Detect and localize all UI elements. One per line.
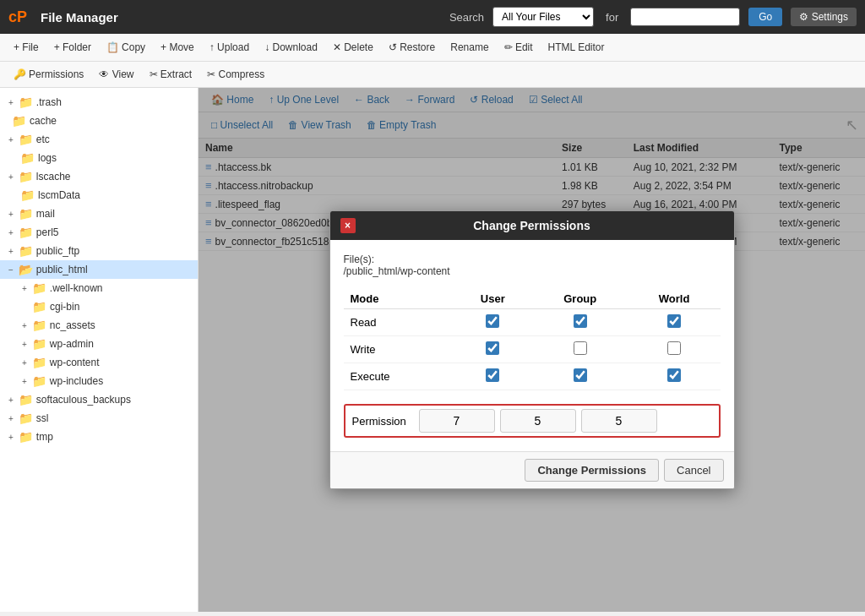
sidebar-item-cgi-bin[interactable]: 📁 cgi-bin bbox=[0, 297, 198, 316]
perm-table-row: Execute bbox=[344, 363, 721, 390]
perm-group-cell[interactable] bbox=[532, 363, 628, 390]
sidebar-item-lscmdata[interactable]: 📁 lscmData bbox=[0, 186, 198, 204]
toggle-icon: + bbox=[8, 395, 14, 405]
sidebar-item-public-html[interactable]: − 📂 public_html bbox=[0, 260, 198, 279]
for-label: for bbox=[606, 11, 618, 24]
perm-world-cell[interactable] bbox=[628, 336, 721, 363]
change-permissions-dialog: × Change Permissions File(s): /public_ht… bbox=[329, 210, 735, 489]
sidebar-item-mail[interactable]: + 📁 mail bbox=[0, 204, 198, 223]
dialog-body: File(s): /public_html/wp-content Mode Us… bbox=[330, 240, 734, 451]
sidebar-item-public-ftp[interactable]: + 📁 public_ftp bbox=[0, 242, 198, 260]
html-editor-button[interactable]: HTML Editor bbox=[541, 38, 612, 57]
sidebar-item-ssl[interactable]: + 📁 ssl bbox=[0, 409, 198, 428]
folder-icon: 📁 bbox=[19, 244, 33, 258]
perm-world-checkbox[interactable] bbox=[667, 341, 681, 355]
folder-icon: 📁 bbox=[32, 300, 46, 313]
sidebar-item-perl5[interactable]: + 📁 perl5 bbox=[0, 223, 198, 242]
sidebar-item-trash[interactable]: + 📁 .trash bbox=[0, 93, 198, 112]
sidebar-item-label: perl5 bbox=[36, 226, 59, 238]
sidebar-item-well-known[interactable]: + 📁 .well-known bbox=[0, 279, 198, 297]
filepath-label: File(s): bbox=[344, 253, 375, 265]
folder-button[interactable]: + Folder bbox=[47, 38, 98, 57]
toggle-icon: + bbox=[8, 135, 14, 144]
folder-icon: 📁 bbox=[19, 393, 33, 406]
perm-world-cell[interactable] bbox=[628, 309, 721, 336]
sidebar-item-wp-content[interactable]: + 📁 wp-content bbox=[0, 353, 198, 372]
perm-user-input[interactable] bbox=[419, 409, 495, 433]
move-button[interactable]: + Move bbox=[154, 38, 201, 57]
download-button[interactable]: ↓ Download bbox=[258, 38, 324, 57]
perm-world-checkbox[interactable] bbox=[667, 314, 681, 328]
perm-row-label: Read bbox=[344, 309, 454, 336]
sidebar-item-label: wp-admin bbox=[50, 338, 94, 350]
perm-world-cell[interactable] bbox=[628, 363, 721, 390]
cancel-button[interactable]: Cancel bbox=[664, 459, 723, 482]
sidebar-item-label: tmp bbox=[36, 431, 53, 443]
app-title: File Manager bbox=[41, 10, 118, 25]
toggle-icon: + bbox=[8, 228, 14, 237]
perm-group-cell[interactable] bbox=[532, 309, 628, 336]
folder-icon: 📁 bbox=[20, 188, 35, 202]
sidebar-item-nc-assets[interactable]: + 📁 nc_assets bbox=[0, 316, 198, 335]
perm-user-cell[interactable] bbox=[454, 363, 532, 390]
toggle-icon: + bbox=[8, 247, 14, 256]
perm-world-input[interactable] bbox=[581, 409, 657, 433]
copy-button[interactable]: 📋 Copy bbox=[100, 38, 152, 57]
perm-group-checkbox[interactable] bbox=[574, 368, 587, 382]
perm-group-input[interactable] bbox=[500, 409, 576, 433]
permission-label: Permission bbox=[349, 415, 416, 428]
folder-icon: 📁 bbox=[19, 412, 33, 425]
search-scope-select[interactable]: All Your Files bbox=[492, 7, 594, 27]
perm-user-checkbox[interactable] bbox=[486, 314, 499, 328]
perm-table-row: Write bbox=[344, 336, 721, 363]
folder-icon: 📂 bbox=[19, 263, 33, 276]
change-permissions-button[interactable]: Change Permissions bbox=[525, 459, 659, 482]
sidebar-item-label: nc_assets bbox=[50, 319, 95, 331]
user-header: User bbox=[454, 289, 532, 309]
perm-user-cell[interactable] bbox=[454, 309, 532, 336]
folder-icon: 📁 bbox=[20, 151, 35, 165]
sidebar-item-etc[interactable]: + 📁 etc bbox=[0, 130, 198, 149]
file-button[interactable]: + File bbox=[7, 38, 46, 57]
perm-user-checkbox[interactable] bbox=[486, 368, 499, 382]
dialog-close-button[interactable]: × bbox=[340, 218, 356, 233]
sidebar-item-cache[interactable]: 📁 cache bbox=[0, 112, 198, 130]
edit-button[interactable]: ✏ Edit bbox=[498, 38, 540, 57]
permissions-button[interactable]: 🔑 Permissions bbox=[7, 65, 90, 84]
view-button[interactable]: 👁 View bbox=[92, 65, 140, 84]
sidebar-item-logs[interactable]: 📁 logs bbox=[0, 149, 198, 167]
perm-row-label: Execute bbox=[344, 363, 454, 390]
search-input[interactable] bbox=[630, 8, 740, 26]
perm-user-cell[interactable] bbox=[454, 336, 532, 363]
sidebar-item-label: softaculous_backups bbox=[36, 394, 131, 406]
folder-icon: 📁 bbox=[19, 207, 33, 221]
upload-button[interactable]: ↑ Upload bbox=[203, 38, 256, 57]
sidebar-item-wp-includes[interactable]: + 📁 wp-includes bbox=[0, 372, 198, 390]
folder-icon: 📁 bbox=[32, 356, 46, 369]
perm-group-checkbox[interactable] bbox=[574, 341, 587, 355]
perm-world-checkbox[interactable] bbox=[667, 368, 681, 382]
sidebar-item-lscache[interactable]: + 📁 lscache bbox=[0, 167, 198, 186]
settings-button[interactable]: ⚙ Settings bbox=[791, 8, 857, 26]
delete-button[interactable]: ✕ Delete bbox=[326, 38, 380, 57]
perm-user-checkbox[interactable] bbox=[486, 341, 499, 355]
sidebar-item-label: lscache bbox=[36, 171, 71, 183]
restore-button[interactable]: ↺ Restore bbox=[382, 38, 442, 57]
sidebar-item-label: .trash bbox=[36, 96, 62, 108]
dialog-overlay: × Change Permissions File(s): /public_ht… bbox=[199, 88, 865, 612]
toggle-icon: + bbox=[8, 414, 14, 423]
extract-button[interactable]: ✂ Extract bbox=[143, 65, 199, 84]
sidebar-item-label: lscmData bbox=[38, 189, 80, 201]
sidebar-item-label: ssl bbox=[36, 412, 49, 424]
rename-button[interactable]: Rename bbox=[443, 38, 495, 57]
sidebar-item-wp-admin[interactable]: + 📁 wp-admin bbox=[0, 335, 198, 353]
perm-group-cell[interactable] bbox=[532, 336, 628, 363]
sidebar-item-tmp[interactable]: + 📁 tmp bbox=[0, 428, 198, 446]
permissions-icon: 🔑 bbox=[14, 68, 26, 80]
perm-group-checkbox[interactable] bbox=[574, 314, 587, 328]
go-button[interactable]: Go bbox=[748, 8, 782, 26]
compress-button[interactable]: ✂ Compress bbox=[200, 65, 271, 84]
folder-icon: 📁 bbox=[32, 281, 46, 295]
sidebar: + 📁 .trash 📁 cache + 📁 etc 📁 logs + 📁 ls… bbox=[0, 88, 199, 612]
sidebar-item-softaculous[interactable]: + 📁 softaculous_backups bbox=[0, 390, 198, 409]
